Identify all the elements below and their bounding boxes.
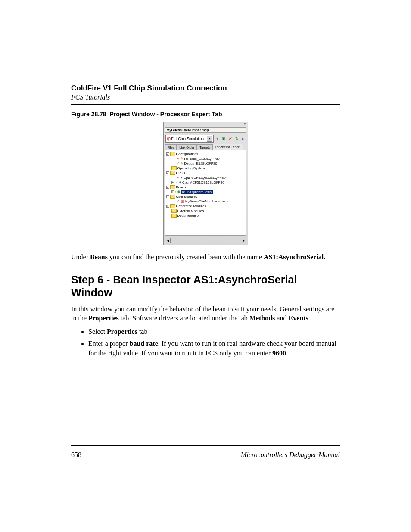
project-toolbar: Full Chip Simulation ▼ ⌖ ▣ ✔ ↻ ▸ — [164, 134, 248, 144]
list-item: Select Properties tab — [88, 327, 340, 336]
folder-icon — [171, 209, 177, 213]
tree-beans[interactable]: - Beans — [166, 185, 245, 190]
tree-ext-modules[interactable]: External Modules — [166, 208, 245, 213]
project-tree[interactable]: - Configurations ✕ ✎ Release_E128LQFP80 … — [165, 150, 246, 236]
footer-rule — [71, 445, 340, 446]
globe-icon: ● — [181, 175, 183, 180]
instruction-list: Select Properties tab Enter a proper bau… — [71, 327, 340, 358]
toolbar-btn-3[interactable]: ✔ — [228, 136, 233, 141]
tree-os[interactable]: Operating System — [166, 166, 245, 171]
x-icon: ✕ — [177, 156, 180, 161]
page-number: 658 — [71, 451, 81, 459]
folder-icon — [170, 171, 175, 175]
tree-release[interactable]: ✕ ✎ Release_E128LQFP80 — [166, 156, 245, 161]
expand-icon[interactable]: - — [166, 152, 169, 156]
project-window: ▫ ✕ MyGuessTheNumber.mcp Full Chip Simul… — [163, 122, 248, 245]
folder-icon — [171, 214, 177, 218]
tree-configurations[interactable]: - Configurations — [166, 152, 245, 156]
step-paragraph: In this window you can modify the behavi… — [71, 305, 340, 323]
toolbar-btn-4[interactable]: ↻ — [234, 136, 240, 141]
figure-wrap: ▫ ✕ MyGuessTheNumber.mcp Full Chip Simul… — [71, 122, 340, 245]
tree-cpus[interactable]: - CPUs — [166, 171, 245, 175]
header-rule — [71, 104, 340, 105]
tree-selected-label: AS1:AsynchroSerial — [181, 190, 213, 194]
project-file-name: MyGuessTheNumber.mcp — [165, 127, 246, 133]
tab-files[interactable]: Files — [165, 144, 177, 150]
target-dropdown-label: Full Chip Simulation — [171, 137, 207, 141]
check-icon: ✓ — [177, 161, 180, 166]
target-dropdown[interactable]: Full Chip Simulation ▼ — [165, 135, 214, 143]
wand-icon: ✎ — [181, 156, 184, 161]
check-icon: ✓ — [177, 199, 180, 204]
dropdown-arrow-icon: ▼ — [207, 136, 212, 142]
toolbar-btn-1[interactable]: ⌖ — [215, 136, 220, 141]
folder-icon — [170, 152, 175, 156]
section-header: ColdFire V1 Full Chip Simulation Connect… — [71, 84, 340, 105]
project-tabs: Files Link Order Targets Processor Exper… — [164, 144, 248, 150]
window-controls-icon: ▫ ✕ — [241, 122, 247, 126]
wand-icon: ✎ — [181, 161, 184, 166]
folder-icon — [170, 195, 175, 199]
figure-caption: Figure 28.78 Project Window - Processor … — [71, 111, 340, 118]
expand-icon[interactable]: + — [171, 181, 174, 184]
tree-documentation[interactable]: Documentation — [166, 213, 245, 218]
folder-icon — [171, 166, 177, 170]
tree-selected-bean[interactable]: + ! ◉ AS1:AsynchroSerial — [166, 190, 245, 194]
header-subtitle: FCS Tutorials — [71, 93, 340, 101]
window-titlebar: ▫ ✕ — [164, 122, 248, 126]
scroll-left-icon[interactable]: ◀ — [165, 238, 171, 243]
expand-icon[interactable]: + — [171, 190, 174, 193]
check-icon: ✓ — [175, 180, 178, 185]
tree-gen-modules[interactable]: + Generated Modules — [166, 204, 245, 208]
source-icon: ▦ — [181, 199, 184, 204]
folder-icon — [170, 204, 175, 208]
step-heading: Step 6 - Bean Inspector AS1:AsynchroSeri… — [71, 273, 340, 299]
page-footer: 658 Microcontrollers Debugger Manual — [71, 445, 340, 459]
tree-cpu1[interactable]: ✕ ● Cpu:MCF51QE128LQFP80 — [166, 175, 245, 180]
bean-icon: ◉ — [177, 190, 181, 194]
x-icon: ✕ — [177, 175, 180, 180]
folder-icon — [170, 185, 175, 189]
expand-icon[interactable]: + — [166, 205, 169, 208]
manual-title: Microcontrollers Debugger Manual — [241, 451, 340, 459]
target-icon — [167, 137, 171, 141]
globe-icon: ● — [179, 180, 181, 185]
list-item: Enter a proper baud rate. If you want to… — [88, 339, 340, 358]
tree-debug[interactable]: ✓ ✎ Debug_E128LQFP80 — [166, 161, 245, 166]
svg-point-1 — [168, 138, 169, 140]
tree-user-modules[interactable]: - User Modules — [166, 194, 245, 199]
tab-targets[interactable]: Targets — [197, 144, 213, 150]
scroll-right-icon[interactable]: ▶ — [241, 238, 246, 243]
tab-link-order[interactable]: Link Order — [177, 144, 197, 150]
expand-icon[interactable]: - — [166, 171, 169, 174]
toolbar-btn-2[interactable]: ▣ — [221, 136, 227, 141]
toolbar-btn-5[interactable]: ▸ — [241, 136, 246, 141]
tree-main[interactable]: ✓ ▦ MyGuessTheNumber.c:main — [166, 199, 245, 204]
tab-processor-expert[interactable]: Processor Expert — [213, 144, 243, 150]
header-title: ColdFire V1 Full Chip Simulation Connect… — [71, 84, 340, 93]
expand-icon[interactable]: - — [166, 186, 169, 189]
horizontal-scrollbar[interactable]: ◀ ▶ — [164, 237, 248, 245]
warn-icon: ! — [175, 190, 176, 194]
intro-paragraph: Under Beans you can find the previously … — [71, 253, 340, 262]
expand-icon[interactable]: - — [166, 195, 169, 198]
tree-cpu2[interactable]: + ✓ ● Cpu:MCF51QE128LQFP80 — [166, 180, 245, 185]
